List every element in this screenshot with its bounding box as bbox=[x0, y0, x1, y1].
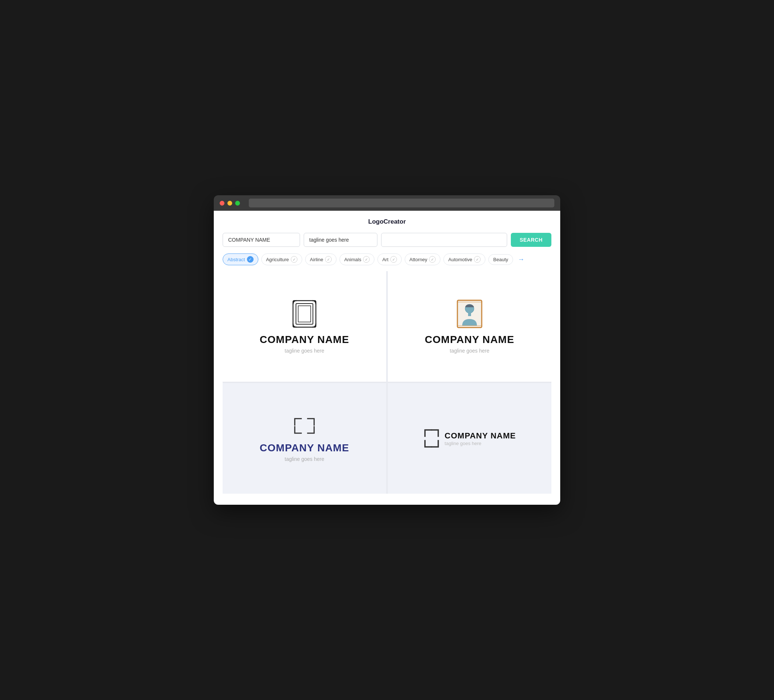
svg-rect-2 bbox=[298, 306, 311, 322]
category-automotive[interactable]: Automotive ✓ bbox=[443, 253, 485, 265]
frame-icon bbox=[291, 299, 318, 329]
logo3-tagline: tagline goes here bbox=[284, 456, 324, 462]
logo-card-1[interactable]: COMPANY NAME tagline goes here bbox=[223, 271, 386, 382]
logo-card-3[interactable]: COMPANY NAME tagline goes here bbox=[223, 383, 386, 494]
svg-rect-5 bbox=[468, 312, 471, 316]
category-animals-label: Animals bbox=[344, 257, 361, 262]
check-icon-animals: ✓ bbox=[363, 256, 370, 262]
check-icon-airline: ✓ bbox=[325, 256, 332, 262]
category-abstract-label: Abstract bbox=[227, 257, 245, 262]
category-airline[interactable]: Airline ✓ bbox=[305, 253, 336, 265]
minimize-button[interactable] bbox=[227, 201, 232, 206]
logo3-company-name: COMPANY NAME bbox=[260, 442, 349, 454]
category-agriculture[interactable]: Agriculture ✓ bbox=[261, 253, 302, 265]
bracket-inline-icon bbox=[423, 428, 440, 449]
tagline-input[interactable] bbox=[304, 233, 377, 247]
search-button[interactable]: SEARCH bbox=[511, 233, 551, 247]
category-airline-label: Airline bbox=[310, 257, 323, 262]
category-row: Abstract ✓ Agriculture ✓ Airline ✓ Anima… bbox=[223, 253, 551, 265]
svg-rect-0 bbox=[293, 300, 316, 327]
logo4-inline: COMPANY NAME tagline goes here bbox=[423, 428, 516, 449]
check-icon-abstract: ✓ bbox=[247, 256, 253, 262]
logo2-tagline: tagline goes here bbox=[450, 348, 489, 354]
category-agriculture-label: Agriculture bbox=[266, 257, 289, 262]
category-automotive-label: Automotive bbox=[448, 257, 472, 262]
logo2-company-name: COMPANY NAME bbox=[425, 334, 514, 345]
category-beauty[interactable]: Beauty bbox=[488, 254, 513, 265]
category-abstract[interactable]: Abstract ✓ bbox=[223, 253, 258, 265]
browser-titlebar bbox=[214, 195, 560, 211]
category-attorney[interactable]: Attorney ✓ bbox=[405, 253, 440, 265]
company-name-input[interactable] bbox=[223, 233, 300, 247]
logo4-text: COMPANY NAME tagline goes here bbox=[445, 431, 516, 446]
industry-input[interactable] bbox=[381, 233, 507, 247]
category-art[interactable]: Art ✓ bbox=[377, 253, 402, 265]
logo-grid: COMPANY NAME tagline goes here bbox=[223, 271, 551, 494]
person-frame-icon bbox=[456, 299, 483, 329]
logo1-tagline: tagline goes here bbox=[284, 348, 324, 354]
category-art-label: Art bbox=[382, 257, 389, 262]
search-row: SEARCH bbox=[223, 233, 551, 247]
check-icon-agriculture: ✓ bbox=[291, 256, 298, 262]
browser-window: LogoCreator SEARCH Abstract ✓ Agricultur… bbox=[214, 195, 560, 505]
category-attorney-label: Attorney bbox=[410, 257, 427, 262]
category-animals[interactable]: Animals ✓ bbox=[339, 253, 374, 265]
close-button[interactable] bbox=[220, 201, 225, 206]
logo-card-4[interactable]: COMPANY NAME tagline goes here bbox=[388, 383, 551, 494]
logo-card-2[interactable]: COMPANY NAME tagline goes here bbox=[388, 271, 551, 382]
check-icon-art: ✓ bbox=[390, 256, 397, 262]
check-icon-attorney: ✓ bbox=[429, 256, 436, 262]
category-beauty-label: Beauty bbox=[493, 257, 508, 262]
address-bar[interactable] bbox=[249, 198, 554, 207]
logo1-company-name: COMPANY NAME bbox=[260, 334, 349, 345]
app-title: LogoCreator bbox=[223, 218, 551, 226]
bracket-corners-icon bbox=[291, 415, 318, 437]
logo4-tagline: tagline goes here bbox=[445, 441, 516, 446]
svg-rect-1 bbox=[296, 304, 313, 324]
category-next-button[interactable]: → bbox=[516, 254, 526, 264]
check-icon-automotive: ✓ bbox=[474, 256, 481, 262]
logo4-company-name: COMPANY NAME bbox=[445, 431, 516, 441]
app-content: LogoCreator SEARCH Abstract ✓ Agricultur… bbox=[214, 211, 560, 505]
maximize-button[interactable] bbox=[235, 201, 240, 206]
app-title-text: LogoCreator bbox=[368, 218, 406, 225]
